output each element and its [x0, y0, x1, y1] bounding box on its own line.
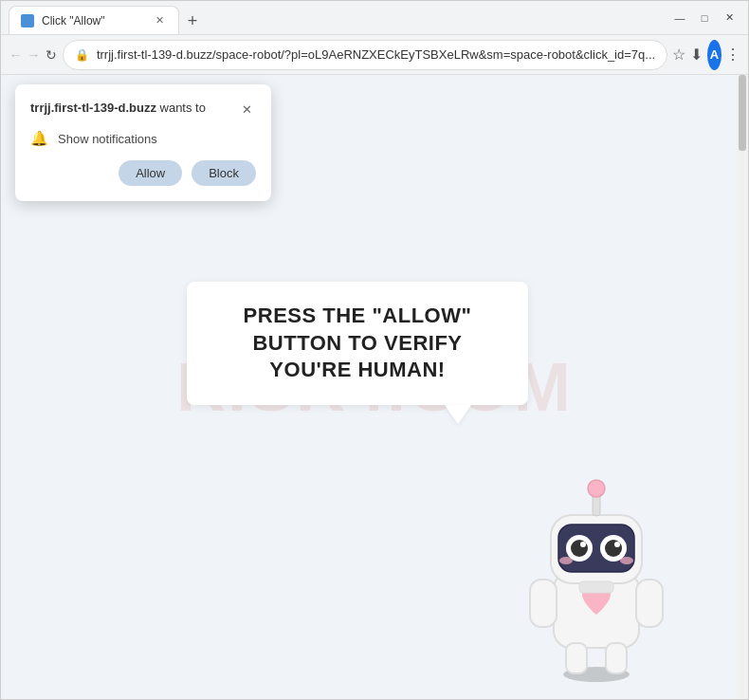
speech-line1: PRESS THE "ALLOW" BUTTON TO VERIFY — [244, 304, 472, 355]
svg-rect-1 — [530, 580, 557, 627]
svg-point-12 — [614, 542, 620, 547]
svg-rect-4 — [606, 643, 627, 673]
lock-icon: 🔒 — [75, 48, 89, 62]
tab-close-button[interactable]: ✕ — [152, 13, 167, 28]
svg-point-13 — [559, 557, 573, 564]
svg-point-14 — [620, 557, 633, 564]
page-content: RISK4.COM trrjj.first-tl-139-d.buzz want… — [1, 75, 748, 699]
popup-notification-text: Show notifications — [58, 132, 157, 146]
svg-point-10 — [605, 540, 622, 557]
svg-rect-3 — [566, 643, 587, 673]
forward-button[interactable]: → — [27, 40, 41, 70]
svg-rect-17 — [579, 581, 613, 593]
popup-notification-row: 🔔 Show notifications — [30, 130, 256, 147]
profile-icon[interactable]: A — [707, 40, 722, 70]
svg-rect-2 — [636, 580, 663, 627]
robot-illustration — [502, 439, 691, 690]
menu-icon[interactable]: ⋮ — [725, 40, 740, 70]
popup-close-button[interactable]: ✕ — [237, 100, 256, 119]
popup-title: trrjj.first-tl-139-d.buzz wants to — [30, 100, 206, 117]
download-icon[interactable]: ⬇ — [689, 40, 703, 70]
active-tab[interactable]: Click "Allow" ✕ — [9, 6, 179, 34]
maximize-button[interactable]: □ — [693, 7, 716, 29]
tab-favicon — [21, 14, 34, 28]
title-bar: Click "Allow" ✕ + — □ ✕ — [1, 1, 748, 35]
scrollbar-thumb[interactable] — [739, 75, 746, 151]
popup-domain: trrjj.first-tl-139-d.buzz — [30, 101, 156, 115]
speech-bubble-text: PRESS THE "ALLOW" BUTTON TO VERIFY YOU'R… — [215, 303, 500, 384]
tab-title: Click "Allow" — [42, 14, 144, 28]
speech-bubble: PRESS THE "ALLOW" BUTTON TO VERIFY YOU'R… — [187, 282, 528, 405]
reload-button[interactable]: ↻ — [45, 40, 59, 70]
robot-svg — [502, 439, 691, 686]
speech-line2: YOU'RE HUMAN! — [269, 358, 445, 381]
block-button[interactable]: Block — [192, 160, 256, 186]
popup-buttons: Allow Block — [30, 160, 256, 186]
svg-point-11 — [580, 542, 586, 547]
address-bar[interactable]: 🔒 trrjj.first-tl-139-d.buzz/space-robot/… — [63, 40, 667, 70]
popup-title-rest: wants to — [156, 101, 206, 115]
back-button[interactable]: ← — [9, 40, 23, 70]
svg-point-9 — [571, 540, 588, 557]
window-controls: — □ ✕ — [668, 7, 740, 29]
address-text: trrjj.first-tl-139-d.buzz/space-robot/?p… — [97, 47, 655, 62]
svg-point-16 — [588, 480, 605, 497]
notification-popup: trrjj.first-tl-139-d.buzz wants to ✕ 🔔 S… — [15, 84, 271, 201]
tab-strip: Click "Allow" ✕ + — [9, 1, 665, 34]
toolbar: ← → ↻ 🔒 trrjj.first-tl-139-d.buzz/space-… — [1, 35, 748, 75]
popup-header: trrjj.first-tl-139-d.buzz wants to ✕ — [30, 100, 256, 119]
bookmark-icon[interactable]: ☆ — [671, 40, 685, 70]
close-button[interactable]: ✕ — [718, 7, 740, 29]
bell-icon: 🔔 — [30, 130, 48, 147]
scrollbar[interactable] — [737, 75, 748, 699]
new-tab-button[interactable]: + — [179, 8, 206, 34]
allow-button[interactable]: Allow — [119, 160, 182, 186]
minimize-button[interactable]: — — [668, 7, 691, 29]
browser-window: Click "Allow" ✕ + — □ ✕ ← → ↻ 🔒 trrjj.fi… — [0, 0, 749, 700]
